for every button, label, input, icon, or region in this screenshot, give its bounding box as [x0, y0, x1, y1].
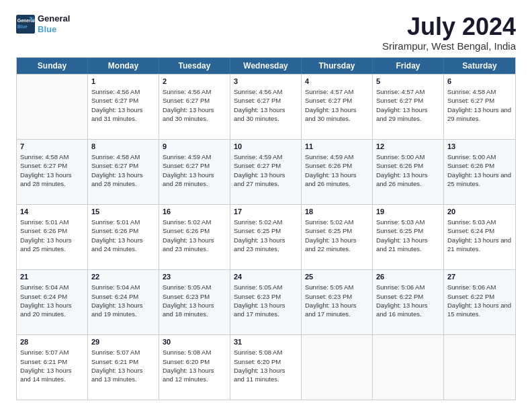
sunset-text: Sunset: 6:26 PM [91, 227, 138, 234]
daylight-text: Daylight: 13 hours and 26 minutes. [305, 171, 357, 187]
sunset-text: Sunset: 6:21 PM [91, 358, 138, 365]
sunset-text: Sunset: 6:26 PM [305, 162, 352, 169]
header-day-friday: Friday [373, 58, 444, 74]
day-number: 18 [305, 207, 369, 217]
sunset-text: Sunset: 6:20 PM [163, 358, 210, 365]
calendar-cell [373, 335, 444, 400]
logo-text-line2: Blue [38, 24, 70, 35]
sunset-text: Sunset: 6:23 PM [305, 293, 352, 300]
calendar-cell: 22Sunrise: 5:04 AMSunset: 6:24 PMDayligh… [88, 270, 159, 334]
header-day-sunday: Sunday [17, 58, 88, 74]
sunrise-text: Sunrise: 5:04 AM [20, 283, 69, 291]
title-block: July 2024 Srirampur, West Bengal, India [382, 13, 516, 52]
day-number: 7 [20, 142, 84, 152]
sunset-text: Sunset: 6:25 PM [376, 227, 423, 234]
sunrise-text: Sunrise: 5:00 AM [447, 153, 496, 161]
sunset-text: Sunset: 6:22 PM [376, 293, 423, 300]
sunrise-text: Sunrise: 4:56 AM [234, 88, 282, 95]
sunset-text: Sunset: 6:25 PM [234, 227, 281, 234]
calendar-cell: 10Sunrise: 4:59 AMSunset: 6:27 PMDayligh… [230, 140, 302, 204]
day-number: 12 [376, 142, 440, 152]
daylight-text: Daylight: 13 hours and 17 minutes. [305, 302, 357, 318]
sunrise-text: Sunrise: 4:59 AM [305, 153, 353, 161]
sunrise-text: Sunrise: 5:02 AM [234, 218, 282, 226]
calendar: SundayMondayTuesdayWednesdayThursdayFrid… [16, 57, 516, 400]
calendar-cell: 19Sunrise: 5:03 AMSunset: 6:25 PMDayligh… [373, 205, 444, 269]
sunrise-text: Sunrise: 5:04 AM [91, 283, 140, 291]
sunrise-text: Sunrise: 4:56 AM [91, 88, 140, 95]
calendar-cell: 21Sunrise: 5:04 AMSunset: 6:24 PMDayligh… [17, 270, 88, 334]
sunrise-text: Sunrise: 5:08 AM [163, 349, 211, 356]
sunrise-text: Sunrise: 5:05 AM [234, 283, 282, 291]
calendar-cell: 29Sunrise: 5:07 AMSunset: 6:21 PMDayligh… [88, 335, 159, 400]
calendar-body: 1Sunrise: 4:56 AMSunset: 6:27 PMDaylight… [17, 74, 515, 400]
calendar-cell: 25Sunrise: 5:05 AMSunset: 6:23 PMDayligh… [302, 270, 373, 334]
daylight-text: Daylight: 13 hours and 30 minutes. [163, 106, 214, 122]
calendar-row-4: 21Sunrise: 5:04 AMSunset: 6:24 PMDayligh… [17, 269, 515, 334]
daylight-text: Daylight: 13 hours and 23 minutes. [234, 236, 285, 253]
sunset-text: Sunset: 6:25 PM [305, 227, 352, 234]
day-number: 17 [234, 207, 298, 217]
sunset-text: Sunset: 6:24 PM [20, 293, 67, 300]
calendar-cell: 18Sunrise: 5:02 AMSunset: 6:25 PMDayligh… [302, 205, 373, 269]
daylight-text: Daylight: 13 hours and 20 minutes. [20, 302, 72, 318]
calendar-cell: 24Sunrise: 5:05 AMSunset: 6:23 PMDayligh… [230, 270, 302, 334]
sunrise-text: Sunrise: 5:08 AM [234, 349, 282, 356]
day-number: 5 [376, 77, 440, 87]
sunset-text: Sunset: 6:21 PM [20, 358, 67, 365]
daylight-text: Daylight: 13 hours and 28 minutes. [163, 171, 214, 187]
daylight-text: Daylight: 13 hours and 23 minutes. [163, 236, 214, 253]
calendar-cell: 1Sunrise: 4:56 AMSunset: 6:27 PMDaylight… [88, 75, 159, 139]
calendar-cell: 2Sunrise: 4:56 AMSunset: 6:27 PMDaylight… [159, 75, 230, 139]
calendar-cell: 13Sunrise: 5:00 AMSunset: 6:26 PMDayligh… [444, 140, 515, 204]
daylight-text: Daylight: 13 hours and 29 minutes. [447, 106, 511, 122]
day-number: 28 [20, 337, 84, 347]
sunset-text: Sunset: 6:27 PM [234, 97, 281, 104]
calendar-cell: 7Sunrise: 4:58 AMSunset: 6:27 PMDaylight… [17, 140, 88, 204]
page: General Blue General Blue July 2024 Srir… [0, 0, 532, 411]
daylight-text: Daylight: 13 hours and 24 minutes. [91, 236, 143, 253]
calendar-row-2: 7Sunrise: 4:58 AMSunset: 6:27 PMDaylight… [17, 139, 515, 204]
calendar-row-3: 14Sunrise: 5:01 AMSunset: 6:26 PMDayligh… [17, 204, 515, 269]
day-number: 21 [20, 272, 84, 282]
sunrise-text: Sunrise: 5:03 AM [376, 218, 425, 226]
calendar-cell: 6Sunrise: 4:58 AMSunset: 6:27 PMDaylight… [444, 75, 515, 139]
day-number: 1 [91, 77, 155, 87]
svg-text:Blue: Blue [17, 24, 28, 29]
day-number: 15 [91, 207, 155, 217]
day-number: 27 [447, 272, 512, 282]
calendar-cell: 27Sunrise: 5:06 AMSunset: 6:22 PMDayligh… [444, 270, 515, 334]
sunset-text: Sunset: 6:27 PM [163, 162, 210, 169]
sunrise-text: Sunrise: 4:57 AM [305, 88, 353, 95]
daylight-text: Daylight: 13 hours and 19 minutes. [91, 302, 143, 318]
calendar-cell: 30Sunrise: 5:08 AMSunset: 6:20 PMDayligh… [159, 335, 230, 400]
sunrise-text: Sunrise: 4:58 AM [447, 88, 496, 95]
sunset-text: Sunset: 6:26 PM [163, 227, 210, 234]
day-number: 3 [234, 77, 298, 87]
daylight-text: Daylight: 13 hours and 27 minutes. [234, 171, 285, 187]
calendar-cell: 11Sunrise: 4:59 AMSunset: 6:26 PMDayligh… [302, 140, 373, 204]
sunset-text: Sunset: 6:27 PM [91, 162, 138, 169]
daylight-text: Daylight: 13 hours and 12 minutes. [163, 367, 214, 383]
sunset-text: Sunset: 6:24 PM [447, 227, 494, 234]
calendar-cell: 17Sunrise: 5:02 AMSunset: 6:25 PMDayligh… [230, 205, 302, 269]
day-number: 24 [234, 272, 298, 282]
sunrise-text: Sunrise: 4:58 AM [20, 153, 69, 161]
calendar-cell: 16Sunrise: 5:02 AMSunset: 6:26 PMDayligh… [159, 205, 230, 269]
sunset-text: Sunset: 6:27 PM [305, 97, 352, 104]
calendar-cell: 3Sunrise: 4:56 AMSunset: 6:27 PMDaylight… [230, 75, 302, 139]
header-day-saturday: Saturday [444, 58, 515, 74]
sunset-text: Sunset: 6:27 PM [91, 97, 138, 104]
calendar-cell: 4Sunrise: 4:57 AMSunset: 6:27 PMDaylight… [302, 75, 373, 139]
sunrise-text: Sunrise: 4:56 AM [163, 88, 211, 95]
day-number: 11 [305, 142, 369, 152]
sunset-text: Sunset: 6:27 PM [20, 162, 67, 169]
sunrise-text: Sunrise: 5:06 AM [447, 283, 496, 291]
sunset-text: Sunset: 6:20 PM [234, 358, 281, 365]
sunset-text: Sunset: 6:23 PM [234, 293, 281, 300]
main-title: July 2024 [382, 13, 516, 40]
sunrise-text: Sunrise: 4:59 AM [234, 153, 282, 161]
calendar-header: SundayMondayTuesdayWednesdayThursdayFrid… [17, 58, 515, 74]
calendar-cell: 31Sunrise: 5:08 AMSunset: 6:20 PMDayligh… [230, 335, 302, 400]
daylight-text: Daylight: 13 hours and 11 minutes. [234, 367, 285, 383]
